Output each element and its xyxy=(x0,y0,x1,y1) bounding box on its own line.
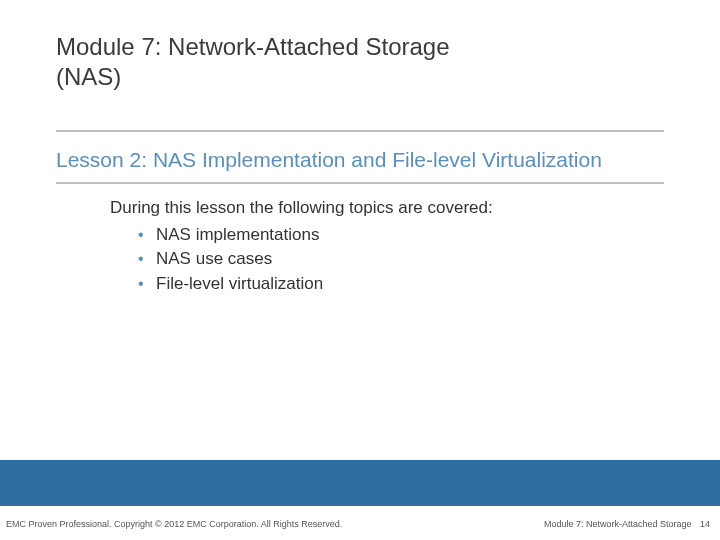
lesson-bullet-list: NAS implementations NAS use cases File-l… xyxy=(138,223,493,297)
lesson-title: Lesson 2: NAS Implementation and File-le… xyxy=(56,148,602,172)
divider-top xyxy=(56,130,664,132)
page-number: 14 xyxy=(700,519,710,529)
module-title: Module 7: Network-Attached Storage (NAS) xyxy=(56,32,476,92)
list-item: NAS implementations xyxy=(138,223,493,248)
slide: Module 7: Network-Attached Storage (NAS)… xyxy=(0,0,720,540)
bullet-text: NAS implementations xyxy=(156,225,319,244)
list-item: NAS use cases xyxy=(138,247,493,272)
divider-mid xyxy=(56,182,664,184)
bullet-text: File-level virtualization xyxy=(156,274,323,293)
footer-module-label: Module 7: Network-Attached Storage xyxy=(544,519,692,529)
bullet-text: NAS use cases xyxy=(156,249,272,268)
footer: EMC Proven Professional. Copyright © 201… xyxy=(0,508,720,540)
list-item: File-level virtualization xyxy=(138,272,493,297)
footer-right: Module 7: Network-Attached Storage 14 xyxy=(544,519,710,529)
footer-brand: EMC Proven Professional. xyxy=(6,519,112,529)
footer-left: EMC Proven Professional. Copyright © 201… xyxy=(6,519,342,529)
decorative-band xyxy=(0,460,720,506)
lesson-intro: During this lesson the following topics … xyxy=(110,196,493,221)
footer-copyright: Copyright © 2012 EMC Corporation. All Ri… xyxy=(112,519,343,529)
lesson-body: During this lesson the following topics … xyxy=(110,196,493,297)
